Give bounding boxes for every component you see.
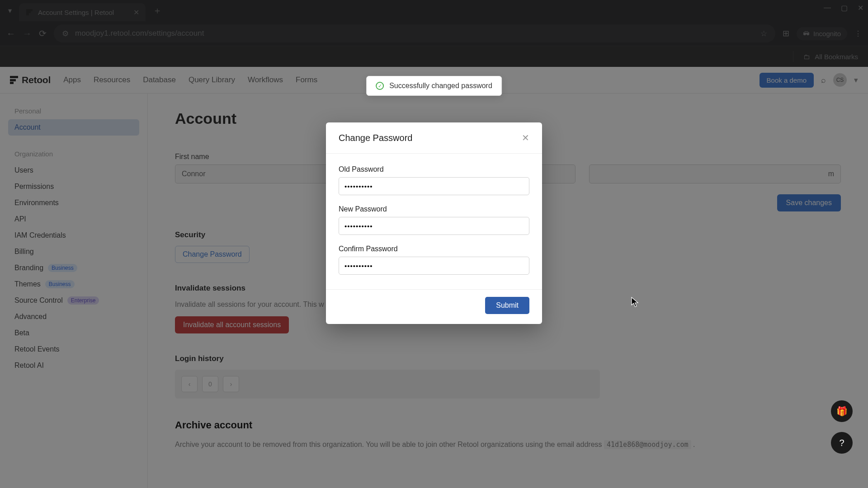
new-password-label: New Password <box>339 205 529 213</box>
check-circle-icon: ✓ <box>376 82 384 90</box>
new-password-input[interactable] <box>339 217 529 235</box>
success-toast: ✓ Successfully changed password <box>366 76 502 96</box>
help-fab[interactable]: ? <box>831 432 853 454</box>
modal-close-icon[interactable]: ✕ <box>522 132 529 143</box>
old-password-input[interactable] <box>339 177 529 195</box>
submit-button[interactable]: Submit <box>485 297 529 314</box>
toast-message: Successfully changed password <box>389 82 492 90</box>
gift-icon: 🎁 <box>836 406 848 417</box>
confirm-password-input[interactable] <box>339 257 529 275</box>
old-password-label: Old Password <box>339 165 529 174</box>
confirm-password-label: Confirm Password <box>339 245 529 253</box>
help-icon: ? <box>839 438 844 448</box>
modal-title: Change Password <box>339 133 412 143</box>
gift-fab[interactable]: 🎁 <box>831 400 853 422</box>
change-password-modal: Change Password ✕ Old Password New Passw… <box>326 122 542 324</box>
